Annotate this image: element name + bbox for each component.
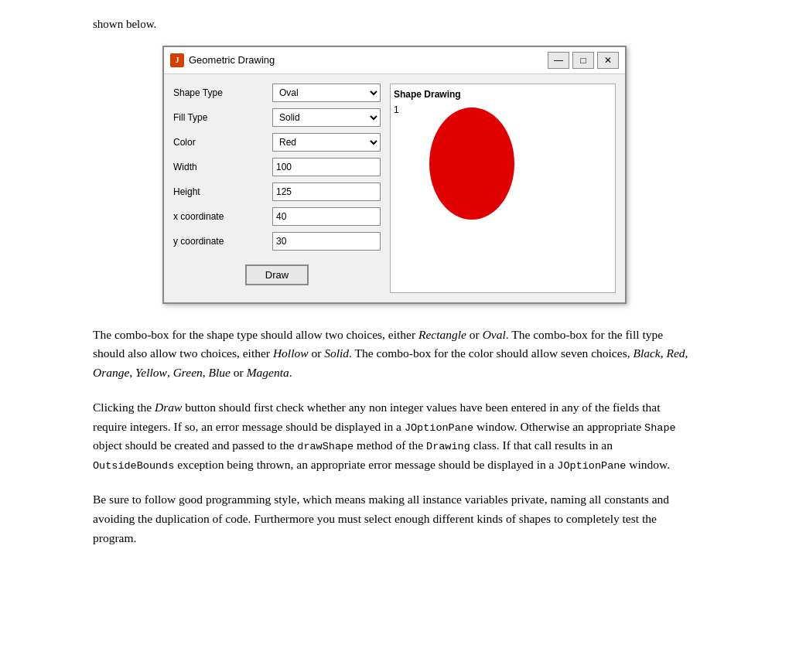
p2-drawing: Drawing bbox=[426, 441, 470, 452]
height-row: Height bbox=[173, 182, 381, 201]
p1-comma4: , bbox=[167, 366, 173, 379]
p1-prefix: The combo-box for the shape type should … bbox=[93, 328, 418, 341]
color-label: Color bbox=[173, 135, 266, 149]
shape-type-label: Shape Type bbox=[173, 86, 266, 100]
x-coord-row: x coordinate bbox=[173, 207, 381, 226]
height-label: Height bbox=[173, 185, 266, 199]
p1-suffix2: . The combo-box for the color should all… bbox=[349, 346, 633, 360]
y-coord-label: y coordinate bbox=[173, 234, 266, 248]
java-icon: J bbox=[170, 53, 184, 67]
shape-type-select[interactable]: Oval Rectangle bbox=[272, 84, 381, 102]
x-coord-input[interactable] bbox=[272, 207, 381, 226]
y-coord-row: y coordinate bbox=[173, 232, 381, 251]
p1-comma2: , bbox=[685, 346, 688, 360]
y-coord-input[interactable] bbox=[272, 232, 381, 251]
color-select[interactable]: Black Red Orange Yellow Green Blue Magen… bbox=[272, 133, 381, 152]
paragraph-3: Be sure to follow good programming style… bbox=[93, 490, 696, 547]
minimize-button[interactable]: — bbox=[548, 52, 569, 69]
p2-end: window. bbox=[626, 458, 670, 471]
p1-magenta: Magenta bbox=[247, 366, 289, 379]
p2-mid5: class. If that call results in an bbox=[470, 438, 613, 452]
title-bar: J Geometric Drawing — □ ✕ bbox=[164, 47, 625, 74]
fill-type-label: Fill Type bbox=[173, 111, 266, 125]
p2-mid6: exception being thrown, an appropriate e… bbox=[174, 458, 557, 471]
form-panel: Shape Type Oval Rectangle Fill Type Soli… bbox=[173, 84, 381, 293]
paragraph-2: Clicking the Draw button should first ch… bbox=[93, 398, 696, 475]
x-coord-label: x coordinate bbox=[173, 210, 266, 223]
draw-button-row: Draw bbox=[173, 264, 381, 293]
window-title: Geometric Drawing bbox=[189, 53, 543, 68]
fill-type-row: Fill Type Solid Hollow bbox=[173, 108, 381, 127]
p2-mid3: object should be created and passed to t… bbox=[93, 438, 297, 452]
drawing-panel-count: 1 bbox=[394, 103, 612, 117]
p1-hollow: Hollow bbox=[273, 346, 309, 360]
geometric-drawing-window: J Geometric Drawing — □ ✕ Shape Type Ova… bbox=[162, 46, 627, 304]
p1-comma5: , bbox=[203, 366, 209, 379]
maximize-button[interactable]: □ bbox=[572, 52, 594, 69]
p1-yellow: Yellow bbox=[135, 366, 167, 379]
p1-red: Red bbox=[666, 346, 685, 360]
close-button[interactable]: ✕ bbox=[597, 52, 619, 69]
p2-mid2: window. Otherwise an appropriate bbox=[473, 420, 644, 433]
shape-type-row: Shape Type Oval Rectangle bbox=[173, 84, 381, 102]
window-body: Shape Type Oval Rectangle Fill Type Soli… bbox=[164, 74, 625, 302]
drawing-panel-title: Shape Drawing bbox=[394, 87, 612, 101]
p2-jop1: JOptionPane bbox=[405, 422, 473, 434]
draw-button[interactable]: Draw bbox=[245, 264, 309, 285]
drawing-panel: Shape Drawing 1 bbox=[390, 84, 616, 293]
window-wrapper: J Geometric Drawing — □ ✕ Shape Type Ova… bbox=[93, 46, 696, 304]
width-row: Width bbox=[173, 158, 381, 176]
p2-draw: Draw bbox=[155, 401, 182, 414]
width-input[interactable] bbox=[272, 158, 381, 176]
p1-green: Green bbox=[173, 366, 203, 379]
oval-shape bbox=[429, 107, 514, 220]
width-label: Width bbox=[173, 160, 266, 174]
p1-rect: Rectangle bbox=[418, 328, 466, 341]
p2-outside: OutsideBounds bbox=[93, 460, 174, 472]
paragraph-1: The combo-box for the shape type should … bbox=[93, 326, 696, 383]
p1-oval: Oval bbox=[483, 328, 506, 341]
p2-mid4: method of the bbox=[354, 438, 426, 452]
p1-or: or bbox=[231, 366, 247, 379]
p1-blue: Blue bbox=[209, 366, 231, 379]
p2-drawshape: drawShape bbox=[297, 441, 354, 452]
intro-text: shown below. bbox=[93, 15, 696, 33]
height-input[interactable] bbox=[272, 182, 381, 201]
p1-comma3: , bbox=[129, 366, 135, 379]
title-bar-controls: — □ ✕ bbox=[548, 52, 619, 69]
p1-solid: Solid bbox=[324, 346, 349, 360]
p1-mid: or bbox=[466, 328, 483, 341]
p1-black: Black bbox=[633, 346, 660, 360]
p1-mid2: or bbox=[309, 346, 325, 360]
fill-type-select[interactable]: Solid Hollow bbox=[272, 108, 381, 127]
p2-shape: Shape bbox=[644, 422, 676, 434]
p1-end: . bbox=[289, 366, 292, 379]
p2-prefix: Clicking the bbox=[93, 401, 155, 414]
p1-orange: Orange bbox=[93, 366, 129, 379]
color-row: Color Black Red Orange Yellow Green Blue… bbox=[173, 133, 381, 152]
p2-jop2: JOptionPane bbox=[557, 460, 626, 472]
